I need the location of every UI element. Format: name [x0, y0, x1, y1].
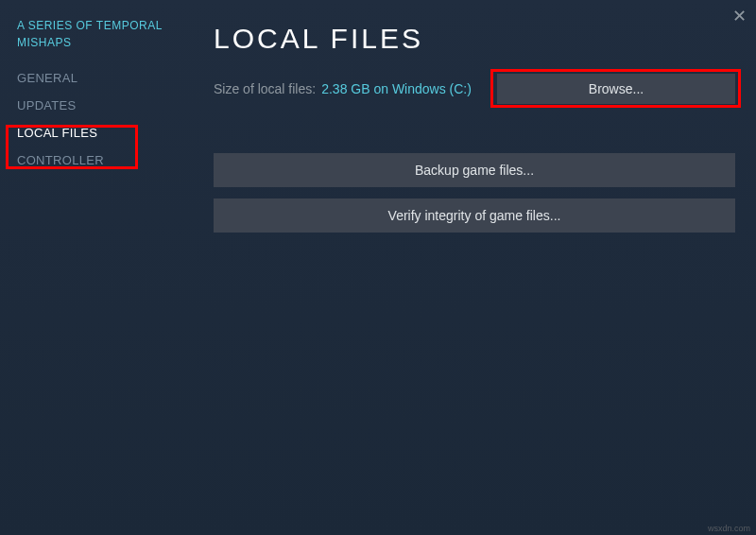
size-info-row: Size of local files: 2.38 GB on Windows … — [214, 74, 735, 104]
watermark: wsxdn.com — [708, 524, 750, 533]
size-label: Size of local files: — [214, 81, 316, 96]
backup-game-files-button[interactable]: Backup game files... — [214, 153, 735, 187]
sidebar-item-local-files[interactable]: LOCAL FILES — [0, 119, 180, 147]
close-icon[interactable]: ✕ — [732, 6, 747, 26]
size-value: 2.38 GB on Windows (C:) — [321, 81, 472, 96]
sidebar-item-general[interactable]: GENERAL — [0, 64, 180, 92]
properties-dialog: A SERIES OF TEMPORAL MISHAPS GENERAL UPD… — [0, 0, 756, 535]
main-content: LOCAL FILES Size of local files: 2.38 GB… — [180, 0, 756, 535]
sidebar-item-controller[interactable]: CONTROLLER — [0, 147, 180, 174]
sidebar: A SERIES OF TEMPORAL MISHAPS GENERAL UPD… — [0, 0, 180, 535]
game-title: A SERIES OF TEMPORAL MISHAPS — [0, 17, 180, 64]
verify-integrity-button[interactable]: Verify integrity of game files... — [214, 198, 735, 233]
sidebar-item-updates[interactable]: UPDATES — [0, 92, 180, 119]
page-title: LOCAL FILES — [214, 23, 735, 55]
browse-button[interactable]: Browse... — [497, 74, 735, 104]
